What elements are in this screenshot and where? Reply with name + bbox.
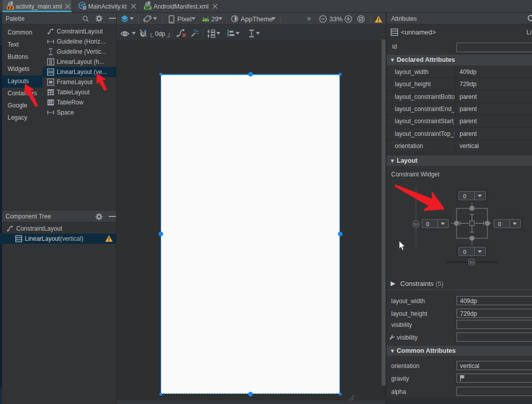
svg-text:0dp: 0dp — [155, 30, 165, 38]
svg-text:50: 50 — [470, 261, 474, 264]
svg-text:50: 50 — [414, 223, 418, 226]
svg-text:MF: MF — [145, 6, 150, 10]
